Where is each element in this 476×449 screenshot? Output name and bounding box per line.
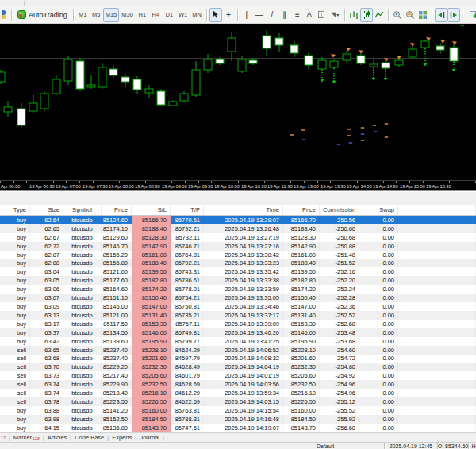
table-row[interactable]: buy63.09btcusdp85146.0085147.0085750.812… xyxy=(0,302,476,311)
text-tool-button[interactable]: A xyxy=(304,8,315,22)
cell-price: 85136.80 xyxy=(102,424,132,432)
table-row[interactable]: sell63.68btcusdp85237.4085201.6084597.79… xyxy=(0,355,476,363)
table-row[interactable]: buy62.72btcusdp85146.7085142.9085746.712… xyxy=(0,242,476,251)
tile-windows-button[interactable] xyxy=(416,8,429,22)
timeframe-d1-button[interactable]: D1 xyxy=(163,8,176,22)
status-profile[interactable]: Default xyxy=(267,443,384,449)
time-axis-label: 19 Apr 13:30 xyxy=(321,184,346,189)
zoom-out-button[interactable] xyxy=(404,8,416,22)
cell-price: 85164.60 xyxy=(102,285,132,294)
cell-type: buy xyxy=(0,415,30,424)
fibonacci-tool-button[interactable]: ≡ xyxy=(291,8,304,22)
cell-s-l: 85188.40 xyxy=(132,224,171,233)
new-order-button[interactable]: ▾ xyxy=(466,8,476,22)
timeframe-m1-button[interactable]: M1 xyxy=(76,8,90,22)
table-row[interactable]: buy63.88btcusdp85141.2085160.0085763.812… xyxy=(0,406,476,415)
table-row[interactable]: buy63.06btcusdp85164.6085174.2085778.012… xyxy=(0,285,476,294)
table-row[interactable]: buy63.13btcusdp85121.0085131.4085735.212… xyxy=(0,311,476,320)
line-chart-mode-button[interactable] xyxy=(373,8,386,22)
cell-filler xyxy=(398,380,476,389)
table-row[interactable]: buy62.65btcusdp85174.1085188.4085792.212… xyxy=(0,224,476,233)
table-row[interactable]: sell63.78btcusdp85223.5085226.5084622.69… xyxy=(0,397,476,406)
horizontal-line-tool-button[interactable]: — xyxy=(253,8,266,22)
channel-tool-button[interactable]: ∥ xyxy=(278,8,291,22)
cell-type: buy xyxy=(0,267,30,276)
column-header-symbol[interactable]: Symbol xyxy=(63,205,102,215)
tab-journal[interactable]: Journal xyxy=(140,434,159,441)
crosshair-tool-button[interactable]: + xyxy=(222,8,235,22)
table-row[interactable]: sell63.73btcusdp85217.4085205.6084601.79… xyxy=(0,371,476,380)
column-header-size[interactable]: Size xyxy=(30,205,63,215)
auto-scroll-button[interactable] xyxy=(435,8,447,22)
table-row[interactable]: buy63.05btcusdp85177.6085182.8085786.612… xyxy=(0,276,476,285)
table-row[interactable]: sell63.70btcusdp85229.2085232.3084628.49… xyxy=(0,363,476,371)
table-row[interactable]: buy62.67btcusdp85129.6085128.3085732.112… xyxy=(0,233,476,242)
timeframe-m30-button[interactable]: M30 xyxy=(119,8,136,22)
label-tool-button[interactable]: T xyxy=(315,8,328,22)
tab-articles[interactable]: Articles xyxy=(48,434,67,441)
cell-price: 85177.60 xyxy=(102,276,132,285)
table-row[interactable]: buy63.04btcusdp85121.0085139.5085743.312… xyxy=(0,267,476,276)
trendline-tool-button[interactable]: / xyxy=(266,8,278,22)
table-row[interactable]: buy63.42btcusdp85139.6085195.9085799.712… xyxy=(0,337,476,346)
table-row[interactable]: buy63.98btcusdp85152.5085184.5085788.312… xyxy=(0,415,476,424)
cell-s-l: 85153.30 xyxy=(132,320,171,328)
zoom-in-button[interactable] xyxy=(391,8,404,22)
tab-experts[interactable]: Experts xyxy=(112,434,132,441)
cell-symbol: btcusdp xyxy=(63,216,102,224)
timeframe-w1-button[interactable]: W1 xyxy=(176,8,190,22)
cell-price: 85150.40 xyxy=(283,294,320,302)
auto-scroll-icon xyxy=(436,10,446,20)
cell-s-l: 85216.10 xyxy=(132,389,171,397)
candlestick-mode-button[interactable] xyxy=(360,8,373,22)
table-row[interactable]: buy63.37btcusdp85134.5085146.0085749.812… xyxy=(0,328,476,337)
tab-code-base[interactable]: Code Base xyxy=(75,434,104,441)
clipped-symbol-icon xyxy=(2,10,9,21)
table-row[interactable]: buy64.15btcusdp85136.8085143.7085747.512… xyxy=(0,424,476,432)
column-header-t-p[interactable]: T/P xyxy=(171,205,204,215)
column-header-swap[interactable]: Swap xyxy=(359,205,398,215)
vertical-line-tool-button[interactable]: | xyxy=(240,8,253,22)
column-header-price[interactable]: Price xyxy=(102,205,132,215)
column-header-s-l[interactable]: S/L xyxy=(132,205,171,215)
shapes-tool-button[interactable]: ◥ ▾ xyxy=(328,8,342,22)
cursor-tool-button[interactable] xyxy=(209,8,222,22)
timeframe-m15-button[interactable]: M15 xyxy=(103,8,120,22)
table-row[interactable]: buy62.64btcusdp85124.6085166.7085770.512… xyxy=(0,216,476,224)
tab-market[interactable]: Market123 xyxy=(13,434,40,441)
cell-t-p: 85770.51 xyxy=(171,216,204,224)
cell-swap: 0.00 xyxy=(359,267,398,276)
cell-filler xyxy=(398,397,476,406)
cell-commission: -250.68 xyxy=(320,233,359,242)
cell-size: 63.17 xyxy=(30,320,63,328)
column-header-time[interactable]: Time xyxy=(204,205,283,215)
table-row[interactable]: buy62.88btcusdp85156.8085188.4085792.212… xyxy=(0,259,476,268)
bar-chart-mode-button[interactable] xyxy=(347,8,360,22)
autotrading-label: AutoTrading xyxy=(29,11,67,19)
chart-shift-button[interactable] xyxy=(447,8,460,22)
cell-t-p: 85747.51 xyxy=(171,424,204,432)
column-header-type[interactable]: Type xyxy=(0,205,30,215)
timeframe-mn-button[interactable]: MN xyxy=(190,8,204,22)
table-row[interactable]: buy62.87btcusdp85155.2085161.0085764.812… xyxy=(0,251,476,259)
cell-price: 85188.40 xyxy=(283,259,320,268)
cell-filler xyxy=(398,267,476,276)
timeframe-h1-button[interactable]: H1 xyxy=(136,8,149,22)
cell-type: buy xyxy=(0,224,30,233)
cell-symbol: btcusdp xyxy=(63,337,102,346)
table-row[interactable]: sell63.74btcusdp85229.9085232.5084628.69… xyxy=(0,380,476,389)
autotrading-button[interactable]: AutoTrading xyxy=(14,8,71,22)
column-header-price[interactable]: Price xyxy=(283,205,320,215)
timeframe-m5-button[interactable]: M5 xyxy=(90,8,103,22)
table-row[interactable]: buy63.17btcusdp85117.5085153.3085757.112… xyxy=(0,320,476,328)
timeframe-h4-button[interactable]: H4 xyxy=(149,8,163,22)
time-axis-ticks xyxy=(0,181,476,183)
table-row[interactable]: sell63.74btcusdp85218.4085216.1084612.29… xyxy=(0,389,476,397)
column-header-commission[interactable]: Commission▽ xyxy=(320,205,359,215)
table-row[interactable]: buy63.07btcusdp85151.1085150.4085754.212… xyxy=(0,294,476,302)
cell-price: 85205.60 xyxy=(283,371,320,380)
table-row[interactable]: sell63.65btcusdp85237.4085228.1084624.29… xyxy=(0,346,476,355)
cell-t-p: 85792.21 xyxy=(171,259,204,268)
chart-canvas[interactable] xyxy=(0,24,476,180)
chart-time-axis[interactable]: Apr 06:0019 Apr 06:3019 Apr 07:0019 Apr … xyxy=(0,180,476,190)
